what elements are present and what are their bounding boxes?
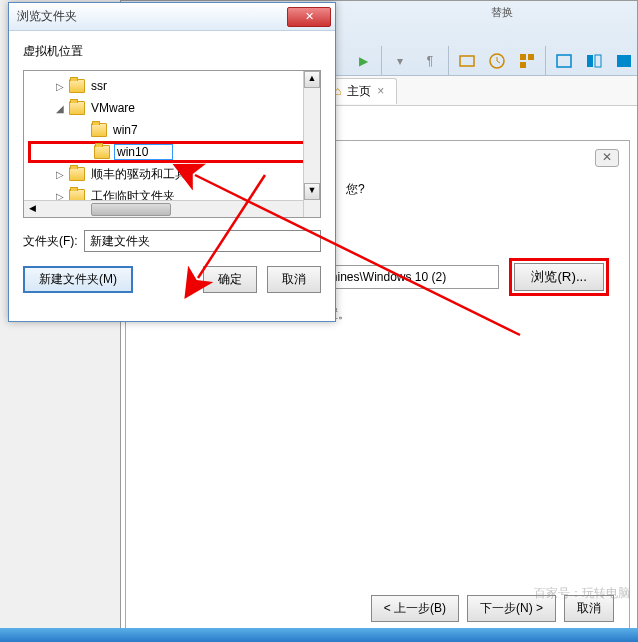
expander-icon[interactable]: ▷ — [54, 81, 65, 92]
folder-tree[interactable]: ▷ ssr ◢ VMware win7 win10 — [23, 70, 321, 218]
tree-label: 顺丰的驱动和工具 — [89, 165, 189, 184]
tree-label: win7 — [111, 122, 140, 138]
vm-location-label: 虚拟机位置 — [23, 43, 321, 60]
browse-folder-dialog: 浏览文件夹 ✕ 虚拟机位置 ▷ ssr ◢ VMware w — [8, 2, 336, 322]
new-folder-button[interactable]: 新建文件夹(M) — [23, 266, 133, 293]
horizontal-scrollbar[interactable]: ◀ — [24, 200, 303, 217]
svg-rect-5 — [557, 55, 571, 67]
clock-icon[interactable] — [485, 49, 509, 73]
svg-rect-8 — [617, 55, 631, 67]
back-button[interactable]: < 上一步(B) — [371, 595, 459, 622]
expander-spacer — [79, 147, 90, 158]
play-icon[interactable]: ▶ — [351, 49, 375, 73]
ok-button[interactable]: 确定 — [203, 266, 257, 293]
ribbon-replace-label: 替换 — [491, 5, 513, 20]
tree-label-editing[interactable]: win10 — [114, 144, 173, 160]
browse-highlight: 浏览(R)... — [509, 258, 609, 296]
folder-icon — [69, 101, 85, 115]
tree-label: ssr — [89, 78, 109, 94]
folder-icon — [69, 79, 85, 93]
tree-label: VMware — [89, 100, 137, 116]
watermark: 百家号：玩转电脑 — [534, 585, 630, 602]
folder-icon — [91, 123, 107, 137]
tab-close-icon[interactable]: × — [377, 84, 384, 98]
tree-item-vmware[interactable]: ◢ VMware — [28, 97, 316, 119]
fullscreen-icon[interactable] — [612, 49, 636, 73]
folder-field-label: 文件夹(F): — [23, 233, 78, 250]
wizard-close-button[interactable]: ✕ — [595, 149, 619, 167]
view1-icon[interactable] — [552, 49, 576, 73]
svg-rect-6 — [587, 55, 593, 67]
scroll-thumb[interactable] — [91, 203, 171, 216]
svg-rect-7 — [595, 55, 601, 67]
folder-icon — [69, 167, 85, 181]
scroll-down-icon[interactable]: ▼ — [304, 183, 320, 200]
tree-item-sf[interactable]: ▷ 顺丰的驱动和工具 — [28, 163, 316, 185]
dialog-close-button[interactable]: ✕ — [287, 7, 331, 27]
svg-rect-4 — [520, 62, 526, 68]
tree-item-win7[interactable]: win7 — [28, 119, 316, 141]
folder-name-input[interactable] — [84, 230, 321, 252]
dialog-title: 浏览文件夹 — [17, 8, 77, 25]
browse-button[interactable]: 浏览(R)... — [514, 263, 604, 291]
manage-icon[interactable] — [515, 49, 539, 73]
scroll-up-icon[interactable]: ▲ — [304, 71, 320, 88]
svg-rect-0 — [460, 56, 474, 66]
svg-rect-3 — [528, 54, 534, 60]
tree-item-win10[interactable]: win10 — [28, 141, 316, 163]
snapshot-icon[interactable] — [455, 49, 479, 73]
tree-item-ssr[interactable]: ▷ ssr — [28, 75, 316, 97]
expander-spacer — [76, 125, 87, 136]
tab-label: 主页 — [347, 83, 371, 100]
cancel-button[interactable]: 取消 — [267, 266, 321, 293]
format-icon[interactable]: ¶ — [418, 49, 442, 73]
expander-icon[interactable]: ◢ — [54, 103, 65, 114]
folder-icon — [94, 145, 110, 159]
svg-rect-2 — [520, 54, 526, 60]
taskbar — [0, 628, 638, 642]
vertical-scrollbar[interactable]: ▲ ▼ — [303, 71, 320, 217]
dropdown-icon[interactable]: ▾ — [388, 49, 412, 73]
view2-icon[interactable] — [582, 49, 606, 73]
dialog-titlebar: 浏览文件夹 ✕ — [9, 3, 335, 31]
expander-icon[interactable]: ▷ — [54, 169, 65, 180]
